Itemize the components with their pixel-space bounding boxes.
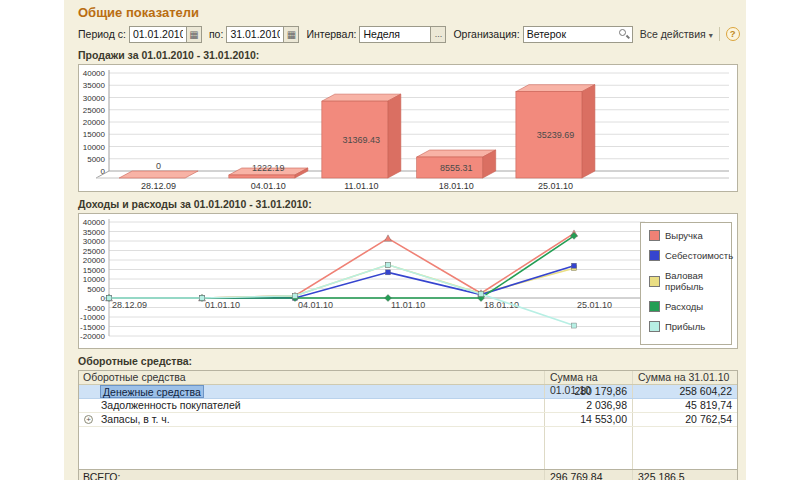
svg-text:10000: 10000 (83, 275, 106, 284)
working-capital-heading: Оборотные средства: (78, 355, 746, 367)
svg-text:40000: 40000 (83, 218, 106, 227)
legend-item: Валовая прибыль (649, 270, 731, 292)
organization-label: Организация: (453, 28, 519, 40)
svg-text:35239.69: 35239.69 (537, 130, 575, 140)
legend-swatch-icon (649, 230, 660, 241)
legend-label: Прибыль (665, 321, 705, 332)
working-capital-table: Оборотные средства Сумма на 01.01.10 Сум… (78, 370, 738, 480)
table-header-row: Оборотные средства Сумма на 01.01.10 Сум… (79, 371, 737, 385)
cell-value: 2 036,98 (545, 399, 633, 412)
table-row[interactable]: Задолженность покупателей 2 036,98 45 81… (79, 399, 737, 413)
legend-swatch-icon (649, 301, 660, 312)
svg-text:18.01.10: 18.01.10 (439, 181, 474, 191)
divider (719, 27, 720, 41)
legend-label: Себестоимость (665, 250, 733, 261)
svg-text:5000: 5000 (87, 285, 105, 294)
svg-text:15000: 15000 (83, 266, 106, 275)
period-to-label: по: (209, 28, 223, 40)
legend-item: Расходы (649, 301, 731, 312)
row-label: Задолженность покупателей (101, 399, 241, 412)
svg-text:28.12.09: 28.12.09 (112, 300, 147, 310)
svg-text:25.01.10: 25.01.10 (538, 181, 573, 191)
interval-input[interactable] (359, 26, 431, 43)
svg-text:40000: 40000 (83, 69, 106, 78)
svg-text:11.01.10: 11.01.10 (344, 181, 378, 191)
calendar-icon[interactable] (284, 26, 299, 43)
period-from-label: Период с: (78, 28, 126, 40)
total-label: ВСЕГО: (79, 470, 545, 480)
svg-text:31369.43: 31369.43 (343, 135, 381, 145)
column-header: Оборотные средства (79, 371, 545, 384)
income-chart-container: -20000-15000-10000-500005000100001500020… (78, 213, 738, 349)
sales-chart-container: 0500010000150002000025000300003500040000… (78, 64, 738, 192)
legend-swatch-icon (649, 321, 660, 332)
organization-input[interactable] (523, 26, 633, 43)
period-to-input[interactable] (226, 26, 284, 43)
search-icon[interactable] (619, 29, 630, 40)
legend-label: Валовая прибыль (665, 270, 731, 292)
sales-bar-chart: 0500010000150002000025000300003500040000… (79, 65, 737, 191)
period-from-input[interactable] (129, 26, 187, 43)
toolbar: Период с: по: Интервал: ... Организация:… (78, 25, 732, 43)
svg-text:-5000: -5000 (85, 304, 106, 313)
svg-text:5000: 5000 (87, 155, 105, 164)
table-row[interactable]: Денежные средства 280 179,86 258 604,22 (79, 385, 737, 399)
svg-text:0: 0 (156, 161, 161, 171)
income-chart-heading: Доходы и расходы за 01.01.2010 - 31.01.2… (78, 198, 746, 210)
table-row[interactable]: Запасы, в т. ч. 14 553,00 20 762,54 (79, 413, 737, 427)
svg-text:04.01.10: 04.01.10 (251, 181, 286, 191)
svg-text:20000: 20000 (83, 256, 106, 265)
column-header: Сумма на 01.01.10 (545, 371, 633, 384)
svg-text:10000: 10000 (83, 143, 106, 152)
svg-text:28.12.09: 28.12.09 (141, 181, 176, 191)
svg-text:1222.19: 1222.19 (252, 163, 285, 173)
total-value: 296 769,84 (545, 470, 633, 480)
svg-text:35000: 35000 (83, 81, 106, 90)
svg-text:0: 0 (101, 294, 106, 303)
cell-value: 45 819,74 (633, 399, 737, 412)
cell-value: 280 179,86 (545, 385, 633, 398)
choose-button[interactable]: ... (431, 26, 446, 43)
calendar-glyph-icon (189, 30, 198, 40)
svg-text:15000: 15000 (83, 130, 106, 139)
table-empty-area (79, 427, 737, 469)
expand-icon[interactable] (84, 415, 93, 424)
report-form: Общие показатели Период с: по: Интервал:… (64, 0, 746, 480)
svg-text:20000: 20000 (83, 118, 106, 127)
svg-text:01.01.10: 01.01.10 (205, 300, 240, 310)
calendar-icon[interactable] (187, 26, 202, 43)
table-footer-row: ВСЕГО: 296 769,84 325 186,5 (79, 469, 737, 480)
cell-value: 258 604,22 (633, 385, 737, 398)
svg-text:-20000: -20000 (80, 332, 105, 341)
legend-label: Выручка (665, 230, 703, 241)
all-actions-button[interactable]: Все действия (640, 28, 713, 40)
legend-label: Расходы (665, 301, 703, 312)
svg-text:-15000: -15000 (80, 323, 105, 332)
page-title: Общие показатели (64, 0, 746, 20)
legend-swatch-icon (649, 276, 660, 287)
legend-swatch-icon (649, 250, 660, 261)
svg-text:-10000: -10000 (80, 313, 105, 322)
calendar-glyph-icon (287, 30, 296, 40)
cell-value: 14 553,00 (545, 413, 633, 426)
interval-label: Интервал: (306, 28, 356, 40)
svg-text:8555.31: 8555.31 (440, 163, 473, 173)
total-value: 325 186,5 (633, 470, 737, 480)
svg-text:30000: 30000 (83, 94, 106, 103)
row-label: Запасы, в т. ч. (101, 413, 170, 426)
svg-text:04.01.10: 04.01.10 (298, 300, 333, 310)
svg-text:25000: 25000 (83, 247, 106, 256)
column-header: Сумма на 31.01.10 (633, 371, 737, 384)
svg-text:35000: 35000 (83, 228, 106, 237)
chart-legend: ВыручкаСебестоимостьВаловая прибыльРасхо… (640, 222, 732, 345)
svg-text:25.01.10: 25.01.10 (577, 300, 612, 310)
legend-item: Себестоимость (649, 250, 731, 261)
svg-text:30000: 30000 (83, 237, 106, 246)
selected-cell[interactable]: Денежные средства (100, 385, 204, 398)
cell-value: 20 762,54 (633, 413, 737, 426)
help-icon[interactable]: ? (726, 27, 740, 41)
legend-item: Выручка (649, 230, 731, 241)
svg-text:25000: 25000 (83, 106, 106, 115)
income-line-chart: -20000-15000-10000-500005000100001500020… (79, 214, 737, 348)
sales-chart-heading: Продажи за 01.01.2010 - 31.01.2010: (78, 49, 746, 61)
